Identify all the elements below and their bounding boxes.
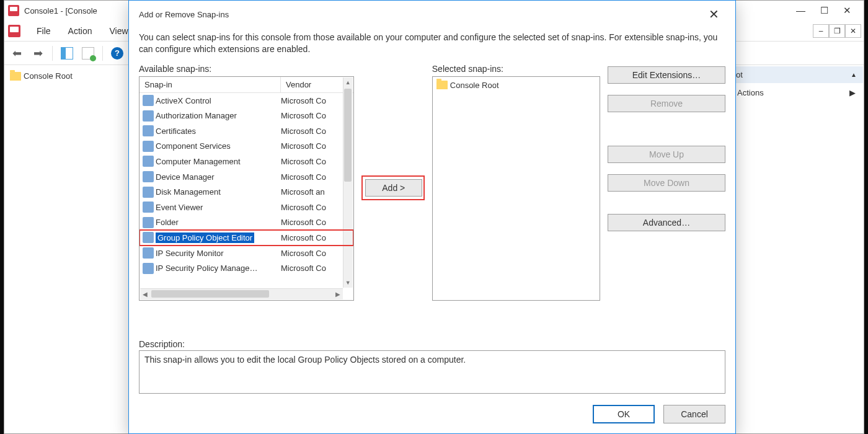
minimize-icon[interactable]: — (796, 5, 805, 16)
snapin-row[interactable]: IP Security MonitorMicrosoft Co (140, 246, 353, 261)
snapin-row[interactable]: FolderMicrosoft Co (140, 215, 353, 231)
snapin-icon (143, 141, 154, 152)
actions-column: Edit Extensions… Remove Move Up Move Dow… (608, 64, 725, 231)
add-button-highlight: Add > (361, 175, 425, 200)
selected-root-item[interactable]: Console Root (435, 79, 597, 91)
main-window-title: Console1 - [Console (24, 6, 97, 16)
snapin-row[interactable]: CertificatesMicrosoft Co (140, 123, 353, 139)
collapse-icon: ▲ (851, 71, 857, 78)
description-box: This snap-in allows you to edit the loca… (139, 350, 725, 394)
snapin-row[interactable]: Disk ManagementMicrosoft an (140, 184, 353, 200)
more-actions-label: Actions (737, 88, 764, 97)
col-snapin-header[interactable]: Snap-in (140, 77, 281, 92)
selected-column: Selected snap-ins: Console Root (432, 64, 600, 301)
scroll-left-icon[interactable]: ◀ (140, 291, 150, 298)
tree-panel: Console Root (5, 66, 129, 433)
snapin-name: Folder (156, 218, 281, 227)
child-restore-icon[interactable]: ❐ (829, 24, 845, 38)
list-header: Snap-in Vendor (140, 77, 353, 93)
snapin-icon (143, 263, 154, 274)
actions-panel: ot ▲ Actions ▶ (729, 66, 863, 433)
snapin-name: Authorization Manager (156, 111, 281, 120)
move-down-button[interactable]: Move Down (608, 174, 725, 192)
chevron-right-icon: ▶ (849, 88, 856, 97)
vertical-scroll-thumb[interactable] (344, 89, 352, 182)
snapin-row[interactable]: IP Security Policy Manage…Microsoft Co (140, 260, 353, 276)
description-label: Description: (139, 339, 725, 349)
horizontal-scroll-thumb[interactable] (151, 290, 269, 298)
cancel-button[interactable]: Cancel (663, 405, 725, 423)
snapin-row[interactable]: Event ViewerMicrosoft Co (140, 200, 353, 215)
snapin-icon (143, 187, 154, 198)
advanced-button[interactable]: Advanced… (608, 214, 725, 231)
child-close-icon[interactable]: ✕ (845, 24, 861, 38)
dialog-title-bar: Add or Remove Snap-ins ✕ (129, 1, 735, 28)
scroll-down-icon[interactable]: ▼ (345, 278, 351, 288)
snapin-icon (143, 232, 154, 243)
folder-icon (10, 72, 21, 81)
snapin-row[interactable]: Computer ManagementMicrosoft Co (140, 154, 353, 169)
snapin-icon (143, 247, 154, 259)
selected-root-label: Console Root (450, 81, 499, 90)
selected-label: Selected snap-ins: (432, 64, 600, 74)
snapin-row[interactable]: Group Policy Object EditorMicrosoft Co (140, 230, 353, 246)
middle-column: Add > (361, 64, 425, 200)
scroll-up-icon[interactable]: ▲ (345, 78, 351, 87)
remove-button[interactable]: Remove (608, 95, 725, 112)
snapin-name: IP Security Policy Manage… (156, 264, 281, 273)
snapin-icon (143, 110, 154, 122)
toolbar-separator (102, 46, 103, 61)
snapin-icon (143, 125, 154, 136)
dialog-footer: OK Cancel (129, 401, 735, 433)
dialog-title: Add or Remove Snap-ins (139, 10, 229, 19)
snapin-row[interactable]: ActiveX ControlMicrosoft Co (140, 93, 353, 108)
snapin-name: Component Services (156, 141, 281, 151)
snapin-row[interactable]: Component ServicesMicrosoft Co (140, 139, 353, 154)
actions-panel-title: ot (736, 70, 743, 79)
menu-action[interactable]: Action (60, 22, 101, 40)
snapin-name: Certificates (156, 126, 281, 136)
snapin-icon (143, 202, 154, 213)
dialog-body: You can select snap-ins for this console… (129, 28, 735, 401)
snapin-vendor: Microsoft Co (281, 233, 353, 242)
list-vertical-scrollbar[interactable]: ▲ ▼ (343, 78, 353, 288)
folder-icon (436, 81, 448, 89)
add-button[interactable]: Add > (365, 179, 422, 197)
snapin-icon (143, 95, 154, 106)
selected-snapins-list[interactable]: Console Root (432, 76, 600, 301)
snapin-name: Computer Management (156, 157, 281, 166)
snapin-name: Group Policy Object Editor (156, 232, 281, 243)
menu-file[interactable]: File (28, 22, 60, 40)
tree-root-item[interactable]: Console Root (6, 69, 127, 83)
snapin-icon (143, 156, 154, 167)
edit-extensions-button[interactable]: Edit Extensions… (608, 66, 725, 84)
snapin-name: Event Viewer (156, 203, 281, 212)
back-button[interactable]: ⬅ (8, 45, 25, 62)
available-snapins-list[interactable]: Snap-in Vendor ActiveX ControlMicrosoft … (139, 76, 354, 301)
dialog-close-button[interactable]: ✕ (702, 4, 725, 24)
list-horizontal-scrollbar[interactable]: ◀ ▶ (140, 288, 343, 299)
snapin-row[interactable]: Device ManagerMicrosoft Co (140, 169, 353, 185)
available-column: Available snap-ins: Snap-in Vendor Activ… (139, 64, 354, 301)
maximize-icon[interactable]: ☐ (820, 5, 828, 16)
ok-button[interactable]: OK (593, 405, 655, 423)
dialog-intro-text: You can select snap-ins for this console… (139, 32, 725, 55)
actions-panel-header[interactable]: ot ▲ (730, 66, 863, 83)
toolbar-separator (52, 46, 53, 61)
more-actions-row[interactable]: Actions ▶ (730, 83, 863, 102)
snapin-icon (143, 171, 154, 182)
mmc-icon (8, 5, 19, 16)
export-list-button[interactable] (79, 45, 97, 62)
available-label: Available snap-ins: (139, 64, 354, 74)
mmc-doc-icon (8, 25, 20, 37)
child-minimize-icon[interactable]: – (813, 24, 829, 38)
scroll-right-icon[interactable]: ▶ (333, 291, 343, 298)
snapin-icon (143, 217, 154, 228)
forward-button[interactable]: ➡ (29, 45, 46, 62)
snapin-row[interactable]: Authorization ManagerMicrosoft Co (140, 108, 353, 123)
show-hide-tree-button[interactable] (58, 45, 76, 62)
child-window-controls: – ❐ ✕ (813, 24, 861, 38)
move-up-button[interactable]: Move Up (608, 146, 725, 163)
help-button[interactable]: ? (108, 45, 126, 62)
close-icon[interactable]: ✕ (843, 5, 851, 16)
